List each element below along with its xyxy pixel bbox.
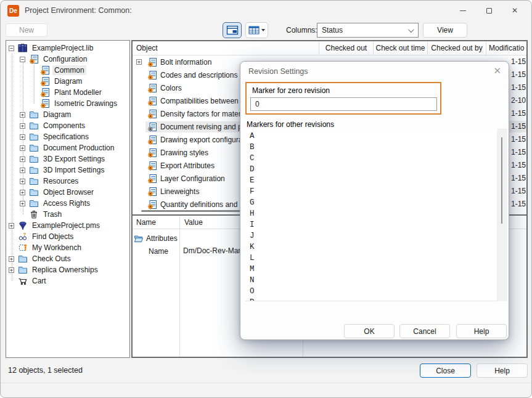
object-row-body: Codes and descriptions of: [145, 70, 248, 81]
dialog-help-button[interactable]: Help: [456, 324, 507, 338]
tree-item-diagram[interactable]: Diagram: [6, 76, 129, 87]
expand-icon[interactable]: +: [136, 59, 142, 65]
tree-item-3d-export-settings[interactable]: +3D Export Settings: [6, 153, 129, 164]
expand-icon[interactable]: +: [20, 190, 25, 195]
marker-item-l[interactable]: L: [250, 253, 507, 264]
marker-item-p[interactable]: P: [250, 297, 507, 301]
folder-icon: [29, 132, 39, 142]
column-divider: [179, 216, 180, 357]
tree-item-find-objects[interactable]: ?Find Objects: [6, 231, 129, 242]
markers-list[interactable]: ABCDEFGHIJKLMNOP: [245, 129, 507, 301]
tree-item-3d-import-settings[interactable]: +3D Import Settings: [6, 164, 129, 176]
config-icon: [147, 57, 157, 67]
marker-item-a[interactable]: A: [250, 131, 507, 142]
cancel-button[interactable]: Cancel: [399, 324, 450, 338]
zero-revision-input[interactable]: 0: [250, 97, 437, 111]
tree-item-components[interactable]: +Components: [6, 120, 129, 131]
column-header-modificatio[interactable]: Modificatio: [486, 41, 526, 55]
collapse-icon[interactable]: −: [9, 46, 14, 51]
folder-icon: [18, 254, 28, 264]
tree-item-trash[interactable]: Trash: [6, 209, 129, 220]
config-icon: [40, 65, 50, 75]
dialog-close-button[interactable]: ✕: [493, 65, 501, 76]
marker-item-h[interactable]: H: [250, 208, 507, 219]
marker-item-e[interactable]: E: [250, 175, 507, 186]
zero-revision-label: Marker for zero revision: [252, 86, 330, 95]
maximize-button[interactable]: [476, 1, 502, 20]
object-list-header: ObjectChecked outCheck out timeChecked o…: [133, 41, 526, 55]
marker-item-i[interactable]: I: [250, 219, 507, 230]
configgray-icon: [147, 122, 157, 132]
tree-item-exampleproject-pms[interactable]: +ExampleProject.pms: [6, 220, 129, 231]
object-row-body: Quantity definitions and t: [145, 199, 243, 210]
tree-item-label: Isometric Drawings: [52, 99, 119, 108]
tree-item-check-outs[interactable]: +Check Outs: [6, 253, 129, 264]
tree-item-replica-ownerships[interactable]: +Replica Ownerships: [6, 264, 129, 275]
tree-item-cart[interactable]: Cart: [6, 275, 129, 286]
new-button[interactable]: New: [6, 23, 47, 37]
expand-icon[interactable]: +: [20, 179, 25, 184]
tree-item-label: Specifications: [41, 132, 91, 142]
expand-icon[interactable]: +: [20, 145, 25, 151]
tree-item-common[interactable]: Common: [6, 65, 129, 76]
expand-icon[interactable]: +: [9, 256, 14, 262]
markers-scrollbar-thumb[interactable]: [501, 137, 502, 224]
marker-item-o[interactable]: O: [250, 286, 507, 297]
tree-item-specifications[interactable]: +Specifications: [6, 131, 129, 142]
markers-scrollbar[interactable]: [497, 129, 507, 301]
marker-item-g[interactable]: G: [250, 197, 507, 208]
marker-item-m[interactable]: M: [250, 264, 507, 275]
marker-item-n[interactable]: N: [250, 275, 507, 286]
config-icon: [40, 87, 50, 97]
column-header-checked-out-by[interactable]: Checked out by: [428, 41, 486, 55]
folder-icon: [29, 198, 39, 208]
tree-item-access-rights[interactable]: +Access Rights: [6, 198, 129, 209]
config-icon: [147, 187, 157, 197]
expand-icon[interactable]: +: [20, 134, 25, 140]
expand-icon[interactable]: +: [20, 201, 25, 206]
tree-item-object-browser[interactable]: +Object Browser: [6, 187, 129, 198]
expand-icon[interactable]: +: [9, 223, 14, 229]
expand-icon[interactable]: +: [9, 267, 14, 273]
tree-item-label: Check Outs: [30, 254, 73, 264]
close-window-button[interactable]: ✕: [502, 1, 528, 20]
tree-item-my-workbench[interactable]: My Workbench: [6, 242, 129, 253]
object-row-body: Layer Configuration: [145, 173, 227, 184]
tree-item-exampleproject-lib[interactable]: −ExampleProject.lib: [6, 43, 129, 54]
table-view-button[interactable]: [245, 22, 268, 38]
window-controls: ✕: [450, 1, 528, 20]
column-header-check-out-time[interactable]: Check out time: [374, 41, 428, 55]
column-header-object[interactable]: Object: [133, 41, 319, 55]
close-button[interactable]: Close: [420, 363, 471, 378]
tree-item-configuration[interactable]: −Configuration: [6, 54, 129, 65]
tree-item-plant-modeller[interactable]: Plant Modeller: [6, 87, 129, 98]
close-icon: ✕: [512, 7, 518, 14]
marker-item-f[interactable]: F: [250, 186, 507, 197]
tree-item-resources[interactable]: +Resources: [6, 176, 129, 187]
view-button[interactable]: View: [423, 23, 467, 38]
columns-select[interactable]: Status: [317, 23, 419, 38]
marker-item-b[interactable]: B: [250, 142, 507, 153]
marker-item-c[interactable]: C: [250, 153, 507, 164]
split-view-toggle-button[interactable]: [223, 22, 242, 38]
expand-icon[interactable]: +: [20, 112, 25, 118]
marker-item-j[interactable]: J: [250, 230, 507, 242]
property-row-name[interactable]: Name: [149, 245, 168, 258]
ok-button[interactable]: OK: [344, 324, 395, 338]
toolbar: New Columns: Status View: [1, 20, 531, 40]
expand-icon[interactable]: +: [20, 156, 25, 162]
help-button[interactable]: Help: [477, 363, 528, 378]
expand-icon[interactable]: +: [20, 168, 25, 173]
marker-item-d[interactable]: D: [250, 164, 507, 175]
expand-icon[interactable]: +: [20, 123, 25, 129]
tree-item-diagram[interactable]: +Diagram: [6, 109, 129, 120]
marker-item-k[interactable]: K: [250, 242, 507, 253]
tree-item-document-production[interactable]: +Document Production: [6, 142, 129, 153]
minimize-button[interactable]: [450, 1, 476, 20]
column-header-checked-out[interactable]: Checked out: [319, 41, 374, 55]
tree-item-isometric-drawings[interactable]: Isometric Drawings: [6, 98, 129, 109]
property-row-attributes[interactable]: Attributes: [134, 232, 178, 245]
collapse-icon[interactable]: −: [20, 57, 25, 62]
folder-icon: [29, 143, 39, 153]
zero-revision-group-highlight: Marker for zero revision 0: [245, 82, 441, 115]
